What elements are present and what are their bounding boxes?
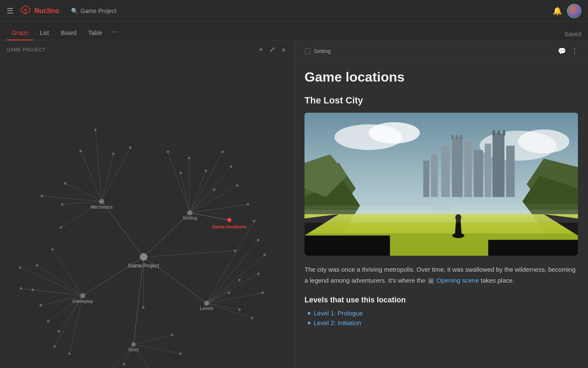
svg-line-24 [207, 274, 258, 303]
saved-label: Saved [564, 31, 581, 37]
search-text: Game Project [81, 8, 117, 14]
node-story [131, 342, 136, 347]
svg-rect-140 [450, 204, 578, 214]
add-node-button[interactable]: + [257, 45, 265, 54]
svg-text:Gameplay: Gameplay [72, 299, 94, 304]
search-area[interactable]: 🔍 Game Project [71, 8, 117, 14]
inline-doc-icon: ▤ [428, 278, 434, 284]
main-layout: GAME PROJECT + ⤢ « [0, 40, 588, 368]
svg-point-89 [234, 249, 236, 252]
search-icon: 🔍 [71, 8, 78, 14]
graph-controls: + ⤢ « [257, 45, 287, 54]
svg-point-56 [41, 195, 43, 197]
logo-area: Nuclino [20, 5, 59, 17]
svg-line-28 [207, 293, 262, 303]
svg-point-72 [230, 165, 232, 168]
svg-point-55 [64, 182, 66, 185]
svg-point-67 [112, 153, 115, 155]
svg-point-69 [167, 151, 169, 153]
tab-more-icon[interactable]: ⋯ [109, 24, 121, 39]
svg-line-9 [102, 154, 113, 201]
svg-rect-114 [506, 146, 514, 197]
node-mechanics [99, 199, 104, 204]
doc-title: Game locations [304, 69, 578, 85]
tab-table[interactable]: Table [83, 26, 107, 40]
tab-board[interactable]: Board [56, 26, 81, 40]
svg-point-85 [261, 291, 264, 294]
avatar[interactable] [567, 4, 581, 18]
top-nav-right: 🔔 [553, 4, 581, 18]
brain-icon [20, 5, 31, 17]
collapse-panel-button[interactable]: « [280, 45, 287, 54]
svg-point-93 [142, 306, 144, 309]
svg-point-84 [238, 308, 241, 311]
doc-levels-list: Level 1: Prologue Level 2: Initiation [304, 310, 578, 326]
svg-rect-139 [304, 206, 433, 214]
svg-point-57 [61, 203, 63, 206]
svg-line-19 [190, 204, 248, 213]
list-bullet-icon [308, 322, 310, 324]
node-levels [204, 301, 209, 306]
hamburger-icon[interactable]: ☰ [7, 6, 13, 16]
svg-line-10 [102, 148, 130, 201]
svg-line-15 [181, 173, 190, 213]
svg-point-82 [238, 279, 241, 281]
svg-point-83 [228, 291, 230, 294]
expand-graph-button[interactable]: ⤢ [268, 45, 277, 54]
list-item: Level 2: Initiation [308, 319, 578, 326]
doc-section-lost-city-heading: The Lost City [304, 95, 578, 106]
svg-point-75 [213, 188, 215, 191]
svg-line-14 [190, 167, 231, 213]
svg-point-59 [51, 248, 54, 251]
svg-point-64 [58, 330, 60, 333]
tab-graph[interactable]: Graph [7, 26, 33, 40]
svg-rect-119 [460, 135, 462, 139]
doc-setting-label: Setting [314, 48, 331, 54]
doc-checkbox[interactable] [304, 48, 310, 54]
comment-icon[interactable]: 💬 [558, 47, 566, 55]
svg-line-11 [168, 152, 190, 213]
svg-line-21 [207, 221, 254, 303]
svg-rect-133 [304, 236, 390, 256]
doc-content: Game locations The Lost City [294, 59, 588, 346]
svg-point-107 [518, 130, 570, 154]
svg-text:Game Project: Game Project [128, 263, 159, 269]
level2-link[interactable]: Level 2: Initiation [314, 319, 361, 326]
list-bullet-icon [308, 312, 310, 315]
logo-text: Nuclino [34, 7, 59, 15]
list-item: Level 1: Prologue [308, 310, 578, 317]
opening-scene-link[interactable]: Opening scene [436, 277, 479, 284]
svg-point-92 [123, 363, 125, 365]
svg-line-16 [190, 171, 206, 213]
svg-rect-112 [485, 144, 491, 197]
svg-rect-115 [431, 154, 438, 197]
svg-line-25 [207, 280, 239, 303]
graph-header: GAME PROJECT + ⤢ « [0, 40, 294, 58]
graph-breadcrumb: GAME PROJECT [7, 47, 46, 52]
svg-line-12 [189, 158, 190, 213]
node-gameplay [80, 293, 85, 298]
svg-line-26 [207, 293, 229, 303]
tab-list[interactable]: List [35, 26, 54, 40]
svg-rect-122 [503, 130, 505, 135]
svg-rect-110 [464, 142, 472, 197]
svg-point-60 [36, 264, 38, 267]
svg-rect-117 [452, 135, 454, 139]
svg-point-87 [19, 266, 21, 269]
svg-point-62 [39, 304, 42, 307]
notification-bell-icon[interactable]: 🔔 [553, 6, 562, 16]
doc-header-icons: 💬 ⋮ [558, 47, 578, 55]
svg-line-22 [207, 240, 258, 303]
doc-setting-row: Setting [304, 48, 331, 54]
doc-levels-heading: Levels that use this location [304, 296, 578, 304]
level1-link[interactable]: Level 1: Prologue [314, 310, 363, 317]
svg-point-91 [179, 352, 182, 355]
svg-line-4 [81, 151, 102, 201]
svg-point-61 [32, 289, 34, 291]
node-game-project [140, 253, 147, 261]
svg-rect-111 [474, 150, 483, 197]
more-options-icon[interactable]: ⋮ [571, 47, 578, 55]
svg-point-76 [236, 184, 239, 187]
svg-rect-121 [498, 130, 500, 135]
svg-rect-113 [493, 133, 504, 197]
